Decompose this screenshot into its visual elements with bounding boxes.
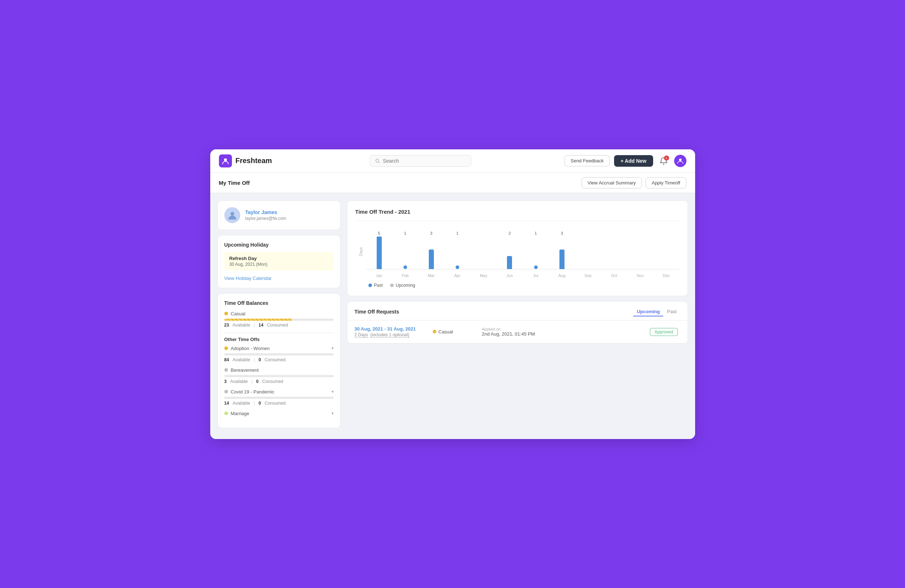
bereavement-available-num: 3 [224,379,227,384]
chart-y-label: Days [359,247,363,256]
request-applied: Applied on 2nd Aug, 2021, 01:45 PM [482,327,642,337]
x-label-dec: Dec [663,273,670,278]
tab-past[interactable]: Past [663,307,680,316]
covid-label: Covid 19 - Pandemic [231,389,275,395]
requests-tabs: Upcoming Past [633,307,680,316]
x-label-sep: Sep [584,273,592,278]
user-avatar-button[interactable] [674,155,686,167]
tab-upcoming[interactable]: Upcoming [633,307,664,316]
notifications-button[interactable]: 1 [657,155,670,167]
casual-label: Casual [231,311,245,316]
bereavement-available-label: Available [230,379,248,384]
adoption-consumed-label: Consumed [265,357,286,362]
x-label-jun: Jun [506,273,513,278]
chart-col-jun: 2 [497,231,522,269]
search-area [283,155,559,167]
user-name[interactable]: Taylor James [245,209,287,215]
user-info: Taylor James taylor.james@fw.com [245,209,287,221]
request-applied-date: 2nd Aug, 2021, 01:45 PM [482,331,642,337]
logo-area: Freshteam [219,154,277,168]
view-accrual-summary-button[interactable]: View Accrual Summary [581,177,642,189]
legend-past: Past [368,283,383,288]
request-days: 2 Days (includes 1 optional) [355,332,427,338]
bereavement-progress-bg [224,375,333,377]
svg-point-0 [224,158,227,161]
x-label-mar: Mar [428,273,435,278]
covid-chevron-icon[interactable]: ▾ [332,389,333,394]
x-label-jan: Jan [376,273,383,278]
chart-col-jan: 5 [366,231,392,269]
covid-consumed-label: Consumed [265,401,286,406]
legend-past-label: Past [374,283,383,288]
chart-col-mar: 3 [418,231,445,269]
requests-header: Time Off Requests Upcoming Past [348,301,687,316]
request-days-text: 2 Days [355,332,368,338]
legend-upcoming-dot [390,284,394,287]
chart-col-aug: 3 [549,231,575,269]
bar-jun [507,256,512,269]
x-label-feb: Feb [402,273,408,278]
divider [224,333,333,333]
adoption-chevron-icon[interactable]: ▾ [332,346,333,351]
apply-timeoff-button[interactable]: Apply Timeoff [646,177,686,189]
chart-legend: Past Upcoming [355,283,680,288]
chart-col-sep: 0 [575,231,601,269]
main-content: Taylor James taylor.james@fw.com Upcomin… [210,193,695,439]
bereavement-consumed-num: 0 [256,379,259,384]
adoption-women-item: Adoption - Women ▾ 84 Available | 0 Cons… [224,346,333,362]
dot-apr [456,265,459,269]
add-new-button[interactable]: + Add New [614,155,653,167]
requests-card: Time Off Requests Upcoming Past 30 Aug, … [347,301,688,344]
bereavement-dot [224,368,228,372]
search-box[interactable] [370,155,471,167]
sub-header-actions: View Accrual Summary Apply Timeoff [581,177,686,189]
chart-col-dec: 0 [653,231,679,269]
chart-card: Time Off Trend - 2021 Days 5 [347,200,688,296]
left-panel: Taylor James taylor.james@fw.com Upcomin… [218,200,340,432]
casual-progress-bg [224,319,333,321]
adoption-progress-bg [224,353,333,355]
bereavement-label: Bereavement [231,368,259,373]
request-type-label: Casual [438,329,453,334]
bar-mar [429,249,434,269]
x-label-aug: Aug [558,273,565,278]
x-label-jul: Jul [533,273,538,278]
marriage-label: Marriage [231,411,249,416]
view-holiday-calendar-link[interactable]: View Holiday Calendar [224,276,272,281]
holiday-name: Refresh Day [229,256,329,261]
holiday-section-title: Upcoming Holiday [224,242,333,248]
casual-available-num: 23 [224,323,229,328]
holiday-date: 30 Aug, 2021 (Mon) [229,262,329,267]
bar-aug [559,249,565,269]
request-status: Approved [648,328,680,335]
chart-title: Time Off Trend - 2021 [355,209,680,215]
x-label-may: May [480,273,487,278]
legend-upcoming-label: Upcoming [396,283,415,288]
chart-area: Days 5 [355,226,680,288]
logo-icon [219,154,232,168]
search-icon [375,158,380,163]
chart-col-may: 0 [470,231,497,269]
covid-consumed-num: 0 [258,401,261,406]
search-input[interactable] [383,158,466,164]
request-optional: (includes 1 optional) [370,332,409,338]
user-card: Taylor James taylor.james@fw.com [218,200,340,230]
request-applied-on-label: Applied on [482,327,642,331]
app-name: Freshteam [236,157,272,165]
send-feedback-button[interactable]: Send Feedback [565,155,610,166]
bereavement-item: Bereavement 3 Available | 0 Consumed [224,368,333,384]
svg-point-3 [663,163,664,165]
dot-feb [403,265,407,269]
dot-jul [534,265,538,269]
balances-title: Time Off Balances [224,300,333,306]
chart-col-nov: 0 [627,231,653,269]
holiday-item: Refresh Day 30 Aug, 2021 (Mon) [224,252,333,271]
chart-col-feb: 1 [392,231,418,269]
adoption-consumed-num: 0 [258,357,261,362]
chart-col-oct: 0 [601,231,627,269]
user-email: taylor.james@fw.com [245,216,287,221]
bereavement-consumed-label: Consumed [262,379,283,384]
chart-col-apr: 1 [445,231,470,269]
marriage-chevron-icon[interactable]: ▾ [332,411,333,416]
marriage-item: Marriage ▾ [224,411,333,416]
